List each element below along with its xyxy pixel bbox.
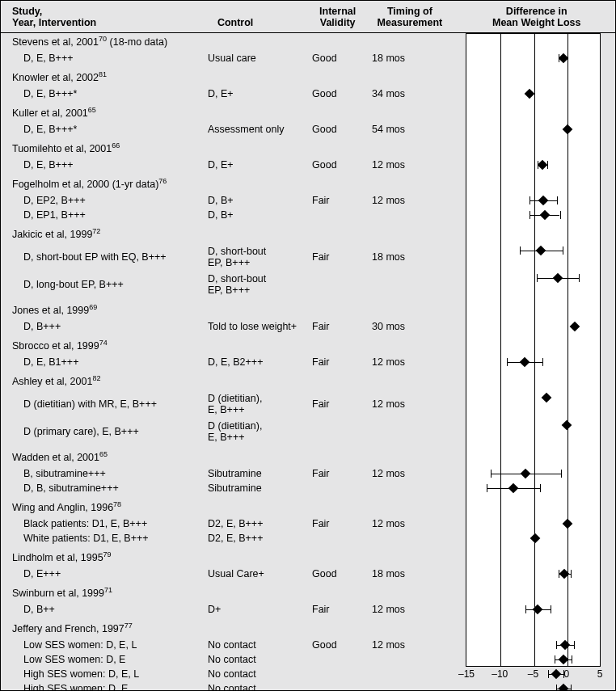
table-row: Low SES women: D, ENo contact <box>1 652 616 667</box>
cell-intervention: Black patients: D1, E, B+++ <box>1 518 208 529</box>
ci-cap <box>579 274 580 282</box>
cell-intervention: D, E, B+++* <box>1 124 208 135</box>
table-row: D (primary care), E, B+++D (dietitian),E… <box>1 418 616 445</box>
cell-timing: 12 mos <box>357 356 446 368</box>
study-group-title: Swinburn et al, 199971 <box>12 588 112 599</box>
ci-cap <box>556 685 557 691</box>
cell-control: D, B+ <box>208 195 301 206</box>
header-plot: Difference inMean Weight Loss <box>454 6 607 29</box>
cell-intervention: D, B+++ <box>1 321 208 332</box>
ci-cap <box>520 246 521 255</box>
cell-control: D, short-boutEP, B+++ <box>208 273 301 296</box>
study-group-title: Lindholm et al, 199579 <box>12 552 112 563</box>
cell-intervention: D, E+++ <box>1 568 208 579</box>
cell-validity: Fair <box>301 518 357 529</box>
table-header: Study,Year, Intervention Control Interna… <box>1 1 615 33</box>
ci-cap <box>555 655 555 664</box>
cell-control: No contact <box>208 683 301 691</box>
ci-cap <box>574 641 575 649</box>
ci-cap <box>572 655 572 664</box>
cell-control: Usual Care+ <box>208 568 301 579</box>
cell-validity: Fair <box>301 251 357 263</box>
table-row: D (dietitian) with MR, E, B+++D (dietiti… <box>1 390 616 418</box>
ci-cap <box>571 570 572 578</box>
table-row: High SES women: D, ENo contact <box>1 681 616 691</box>
cell-timing: 54 mos <box>357 124 446 135</box>
ci-cap <box>491 470 492 478</box>
table-row: D, short-bout EP with EQ, B+++D, short-b… <box>1 243 616 271</box>
cell-intervention: D, B, sibutramine+++ <box>1 482 208 494</box>
table-row: D, E, B+++Usual careGood18 mos <box>1 51 616 65</box>
study-group-title: Ashley et al, 200182 <box>12 376 100 387</box>
cell-timing: 30 mos <box>357 321 446 332</box>
ci-cap <box>487 484 487 492</box>
header-control: Control <box>217 17 310 28</box>
ci-cap <box>571 685 572 691</box>
cell-intervention: D, E, B+++ <box>1 159 208 171</box>
cell-intervention: D, long-bout EP, B+++ <box>1 279 208 290</box>
cell-intervention: White patients: D1, E, B+++ <box>1 533 208 544</box>
cell-intervention: D, B++ <box>1 604 208 615</box>
table-row: D, EP2, B+++D, B+Fair12 mos <box>1 193 616 208</box>
cell-timing: 12 mos <box>357 468 446 479</box>
cell-control: No contact <box>208 639 301 651</box>
table-row: Black patients: D1, E, B+++D2, E, B+++Fa… <box>1 516 616 531</box>
cell-control: D, E+ <box>208 159 301 171</box>
cell-control: No contact <box>208 654 301 665</box>
body-area: –15–10–505 Stevens et al, 200170 (18-mo … <box>1 33 615 689</box>
cell-control: Usual care <box>208 53 301 64</box>
cell-validity: Fair <box>301 321 357 332</box>
ci-cap <box>556 641 557 649</box>
cell-control: D (dietitian),E, B+++ <box>208 420 301 443</box>
study-group-title: Knowler et al, 200281 <box>12 72 107 83</box>
study-group-title: Sbrocco et al, 199974 <box>12 340 108 352</box>
cell-validity: Fair <box>301 356 357 368</box>
cell-validity: Good <box>301 124 357 135</box>
table-row: D, EP1, B+++D, B+ <box>1 208 616 222</box>
cell-control: D+ <box>208 604 301 615</box>
cell-timing: 12 mos <box>357 604 446 615</box>
cell-intervention: B, sibutramine+++ <box>1 468 208 479</box>
cell-control: Sibutramine <box>208 468 301 479</box>
cell-intervention: D, E, B+++* <box>1 88 208 99</box>
table-row: High SES women: D, E, LNo contact <box>1 667 616 681</box>
cell-control: D, short-boutEP, B+++ <box>208 246 301 268</box>
cell-intervention: D (dietitian) with MR, E, B+++ <box>1 398 208 410</box>
cell-validity: Good <box>301 88 357 99</box>
table-row: White patients: D1, E, B+++D2, E, B+++ <box>1 531 616 546</box>
forest-plot-figure: Study,Year, Intervention Control Interna… <box>0 0 616 691</box>
cell-validity: Fair <box>301 398 357 410</box>
cell-validity: Fair <box>301 604 357 615</box>
study-group-title: Wing and Anglin, 199678 <box>12 502 121 513</box>
cell-control: Assessment only <box>208 124 301 135</box>
study-group-title: Jakicic et al, 199972 <box>12 229 100 240</box>
cell-intervention: D, E, B+++ <box>1 53 208 64</box>
study-group-title: Kuller et al, 200165 <box>12 107 96 119</box>
cell-timing: 34 mos <box>357 88 446 99</box>
table-row: D, B++D+Fair12 mos <box>1 602 616 617</box>
cell-validity: Good <box>301 53 357 64</box>
cell-intervention: High SES women: D, E, L <box>1 668 208 680</box>
header-validity: InternalValidity <box>310 6 365 29</box>
cell-timing: 18 mos <box>357 251 446 263</box>
cell-timing: 12 mos <box>357 398 446 410</box>
table-row: Low SES women: D, E, LNo contactGood12 m… <box>1 638 616 652</box>
cell-control: No contact <box>208 668 301 680</box>
cell-control: D2, E, B+++ <box>208 533 301 544</box>
ci-cap <box>563 246 563 255</box>
cell-validity: Good <box>301 568 357 579</box>
ci-cap <box>530 211 530 219</box>
cell-validity: Good <box>301 639 357 651</box>
cell-intervention: D, EP1, B+++ <box>1 209 208 221</box>
table-row: D, E+++Usual Care+Good18 mos <box>1 567 616 581</box>
cell-timing: 18 mos <box>357 568 446 579</box>
cell-timing: 12 mos <box>357 518 446 529</box>
table-row: D, E, B+++D, E+Good12 mos <box>1 158 616 172</box>
cell-control: Sibutramine <box>208 482 301 494</box>
cell-intervention: High SES women: D, E <box>1 683 208 691</box>
ci-cap <box>548 670 549 678</box>
ci-cap <box>525 605 526 613</box>
study-group-title: Jeffery and French, 199777 <box>12 623 133 634</box>
cell-timing: 12 mos <box>357 159 446 171</box>
cell-control: D, E, B2+++ <box>208 356 301 368</box>
